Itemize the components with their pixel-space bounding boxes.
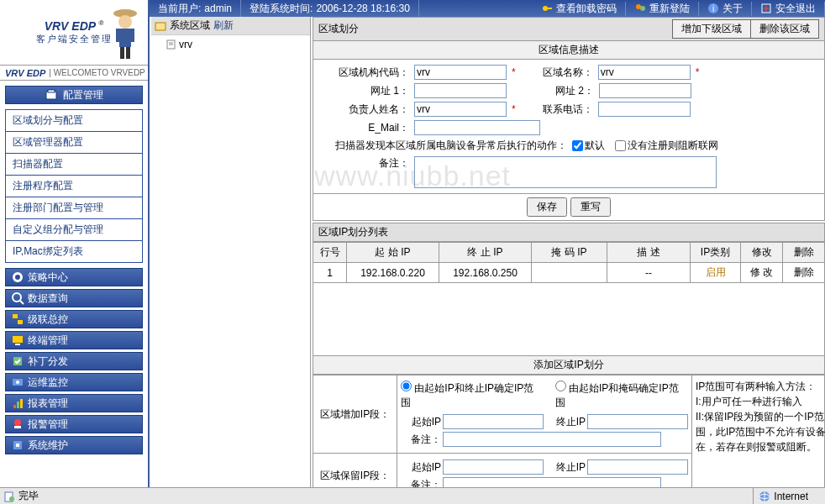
email-label: E_Mail： [318, 121, 412, 135]
cell-type[interactable]: 启用 [691, 263, 741, 283]
save-button[interactable]: 保存 [527, 197, 567, 217]
nav-link-4[interactable]: 注册部门配置与管理 [6, 197, 142, 219]
current-user-label: 当前用户: [158, 2, 201, 16]
nav-group-0[interactable]: 策略中心 [5, 268, 143, 286]
nav-links: 区域划分与配置 区域管理器配置 扫描器配置 注册程序配置 注册部门配置与管理 自… [5, 109, 143, 263]
nav-group-5[interactable]: 运维监控 [5, 373, 143, 391]
col-edit: 修改 [741, 243, 783, 263]
owner-label: 负责人姓名： [318, 102, 412, 117]
code-input[interactable] [414, 65, 507, 80]
nav-group-2[interactable]: 级联总控 [5, 310, 143, 328]
exit-button[interactable]: 安全退出 [752, 2, 825, 16]
phone-input[interactable] [598, 102, 691, 117]
block-checkbox[interactable] [615, 140, 626, 151]
config-icon [45, 88, 58, 102]
svg-point-19 [16, 381, 19, 384]
tree-root-icon [155, 20, 166, 32]
svg-point-10 [15, 275, 20, 280]
add-start-input[interactable] [443, 414, 544, 429]
nav-group-4-label: 补丁分发 [28, 354, 68, 369]
nav-link-6[interactable]: IP,Mac绑定列表 [6, 241, 142, 263]
table-spacer [313, 283, 825, 355]
seg-add-cell: 由起始IP和终止IP确定IP范围 由起始IP和掩码确定IP范围 起始IP 终止I… [397, 375, 692, 454]
url1-input[interactable] [414, 83, 507, 98]
keep-end-label: 终止IP [545, 460, 586, 475]
cell-end: 192.168.0.250 [439, 263, 532, 283]
nav-link-2[interactable]: 扫描器配置 [6, 154, 142, 176]
login-time-seg: 登陆系统时间: 2006-12-28 18:16:30 [241, 0, 419, 17]
nav-group-7[interactable]: 报警管理 [5, 415, 143, 433]
keep-end-input[interactable] [587, 459, 688, 475]
view-password-button[interactable]: 查看卸载密码 [533, 2, 626, 16]
status-bar: 完毕 Internet [0, 487, 825, 504]
alarm-icon [11, 417, 24, 431]
cell-start: 192.168.0.220 [347, 263, 439, 283]
svg-point-23 [14, 419, 21, 426]
maintain-icon [11, 438, 24, 452]
mascot-icon [108, 3, 143, 60]
col-start: 起 始 IP [347, 243, 439, 263]
nav-head-config[interactable]: 配置管理 [5, 86, 143, 104]
relogin-button[interactable]: 重新登陆 [626, 2, 699, 16]
page-icon [166, 39, 176, 50]
radio-by-range-label: 由起始IP和终止IP确定IP范围 [401, 382, 533, 408]
about-button[interactable]: i 关于 [699, 2, 752, 16]
nav-link-1[interactable]: 区域管理器配置 [6, 132, 142, 154]
svg-rect-26 [16, 444, 19, 447]
nav-link-5[interactable]: 自定义组分配与管理 [6, 219, 142, 241]
url2-input[interactable] [599, 83, 691, 98]
name-input[interactable] [598, 65, 691, 80]
nav-group-8[interactable]: 系统维护 [5, 436, 143, 454]
svg-rect-21 [17, 402, 19, 408]
required-star: * [692, 66, 703, 78]
info-icon: i [707, 3, 719, 14]
add-ip-title: 添加区域IP划分 [313, 355, 825, 375]
svg-rect-3 [116, 29, 119, 42]
svg-rect-4 [131, 29, 134, 42]
query-icon [11, 291, 24, 305]
radio-by-mask-input[interactable] [555, 381, 566, 391]
view-password-label: 查看卸载密码 [556, 2, 617, 16]
radio-by-range-input[interactable] [401, 381, 412, 391]
add-sub-area-button[interactable]: 增加下级区域 [672, 19, 751, 39]
add-remark-input[interactable] [443, 432, 661, 447]
svg-rect-16 [15, 344, 20, 345]
report-icon [11, 396, 24, 410]
nav-head-label: 配置管理 [63, 88, 103, 102]
status-net: Internet [774, 491, 808, 502]
nav-link-3[interactable]: 注册程序配置 [6, 176, 142, 197]
owner-input[interactable] [414, 102, 507, 117]
reset-button[interactable]: 重写 [570, 197, 611, 217]
welcome-text: | WELCOMETO VRVEDP [49, 68, 145, 77]
row-delete-link[interactable]: 删除 [783, 263, 825, 283]
nav-link-0[interactable]: 区域划分与配置 [6, 110, 142, 132]
svg-rect-20 [13, 405, 16, 408]
row-edit-link[interactable]: 修 改 [741, 263, 783, 283]
nav-group-1[interactable]: 数据查询 [5, 289, 143, 307]
email-input[interactable] [414, 120, 540, 135]
nav-group-4[interactable]: 补丁分发 [5, 352, 143, 370]
default-checkbox[interactable] [572, 140, 583, 151]
tree-node-root[interactable]: vrv [166, 39, 307, 50]
col-del: 删除 [783, 243, 825, 263]
nav-group-6[interactable]: 报表管理 [5, 394, 143, 412]
remark-input[interactable] [414, 156, 717, 188]
keep-start-input[interactable] [443, 459, 544, 475]
keep-remark-input[interactable] [443, 477, 661, 487]
delete-area-button[interactable]: 删除该区域 [750, 19, 819, 39]
col-type: IP类别 [691, 243, 741, 263]
col-desc: 描 述 [607, 243, 691, 263]
radio-by-mask[interactable]: 由起始IP和掩码确定IP范围 [555, 381, 688, 410]
svg-point-30 [640, 6, 645, 11]
tree-refresh-link[interactable]: 刷新 [213, 18, 234, 33]
terminal-icon [11, 333, 24, 347]
url2-label: 网址 2： [522, 84, 597, 98]
info-form: 区域机构代码： * 区域名称： * 网址 1： 网址 2： 负责人姓名： * 联… [313, 60, 825, 194]
col-mask: 掩 码 IP [532, 243, 607, 263]
nav-group-3[interactable]: 终端管理 [5, 331, 143, 349]
help-cell: IP范围可有两种输入方法： I:用户可任一种进行输入 II:保留IP段为预留的一… [691, 375, 825, 487]
add-end-input[interactable] [587, 414, 688, 429]
svg-rect-6 [126, 47, 130, 59]
relogin-label: 重新登陆 [649, 2, 690, 16]
radio-by-range[interactable]: 由起始IP和终止IP确定IP范围 [401, 381, 544, 410]
